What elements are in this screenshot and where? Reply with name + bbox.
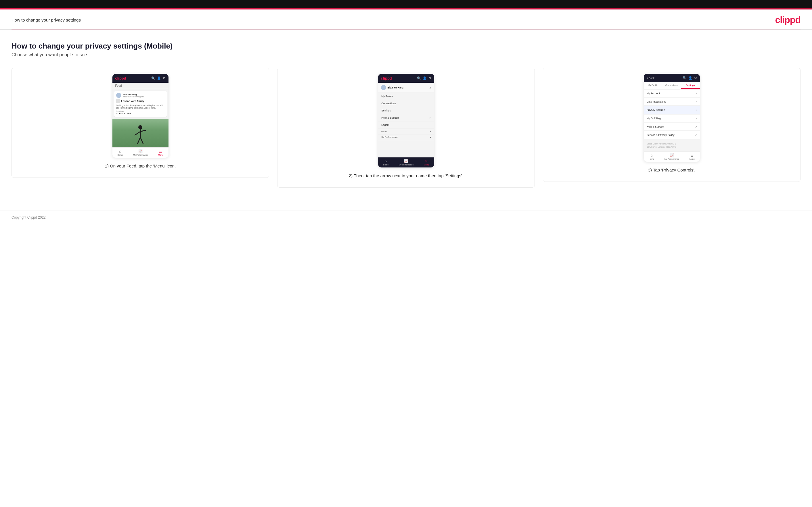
p3-gql-version: GQL Server Version: 2022.7.30-1 [647,146,697,149]
p1-duration-label: Duration [116,110,165,112]
footer: Copyright Clippd 2022 [0,211,812,224]
p3-performance-icon: 📈 [670,153,674,157]
p2-menu-item-helpsupport: Help & Support ↗ [378,114,434,121]
p2-home-icon: ⌂ [385,159,387,163]
p1-bottom-nav: ⌂ Home 📈 My Performance ☰ Menu [112,147,168,158]
p3-list-dataintegrations[interactable]: Data Integrations › [644,98,700,106]
p1-user-row: Blair McHarg Yesterday · Sunningdale [116,93,165,98]
p3-dataintegrations-label: Data Integrations [647,100,666,103]
p2-menu-item-logout: Logout [378,121,434,129]
p1-username: Blair McHarg [123,93,145,96]
steps-row: clippd 🔍 👤 ⚙ Feed Blair McHarg [11,68,801,187]
p2-topbar: clippd 🔍 👤 ⚙ [378,74,434,83]
p3-back-button[interactable]: < Back [647,77,655,79]
p1-settings-icon: ⚙ [163,76,166,80]
p3-serviceprivacy-ext-icon: ↗ [695,134,697,136]
p3-nav-menu: ☰ Menu [690,153,695,160]
p2-menu-item-connections: Connections [378,100,434,107]
svg-line-4 [138,137,140,144]
p3-search-icon: 🔍 [682,76,687,80]
p3-client-version: Clippd Client Version: 2022.8.3-3 [647,143,697,146]
p3-topbar: < Back 🔍 👤 ⚙ [644,74,700,82]
svg-point-0 [138,125,142,129]
p2-username: Blair McHarg [388,86,404,89]
p3-person-icon: 👤 [689,76,693,80]
tab-connections[interactable]: Connections [662,82,681,89]
p2-avatar [381,85,386,90]
step-card-2: clippd 🔍 👤 ⚙ Blair McHarg ∧ [277,68,535,187]
p1-photo [112,119,168,147]
p1-nav-home: ⌂ Home [117,149,123,156]
p2-nav-close[interactable]: ✕ Menu [424,159,429,166]
p3-menu-label: Menu [690,158,695,160]
header: How to change your privacy settings clip… [0,9,812,30]
p2-nav-performance: 📈 My Performance [399,159,413,166]
p2-connections-label: Connections [382,102,396,105]
p3-privacycontrols-label: Privacy Controls [647,109,666,111]
p2-close-icon: ✕ [425,159,428,163]
p3-list-helpsupport[interactable]: Help & Support ↗ [644,123,700,131]
p3-list-privacycontrols[interactable]: Privacy Controls › [644,106,700,114]
p3-list-mygolfbag[interactable]: My Golf Bag › [644,115,700,122]
p1-lesson-icon [116,99,120,103]
step-card-3: < Back 🔍 👤 ⚙ My Profile Connections Sett… [543,68,801,182]
p3-bottom-nav: ⌂ Home 📈 My Performance ☰ Menu [644,151,700,162]
svg-line-2 [135,131,140,135]
p3-list-serviceprivacy[interactable]: Service & Privacy Policy ↗ [644,131,700,139]
p3-mygolfbag-label: My Golf Bag [647,117,661,120]
p2-user-header: Blair McHarg ∧ [378,83,434,93]
p2-chevron-up-icon: ∧ [429,86,431,89]
p3-performance-label: My Performance [664,158,679,160]
p2-menu-item-settings[interactable]: Settings [378,107,434,114]
p2-user-left: Blair McHarg [381,85,404,90]
p1-menu-label: Menu [158,154,163,156]
p2-person-icon: 👤 [423,76,427,80]
p1-subtitle: Yesterday · Sunningdale [123,96,145,98]
p2-logo: clippd [381,76,392,80]
logo: clippd [775,15,801,25]
p2-home-section-label: Home [381,130,387,133]
p3-icons: 🔍 👤 ⚙ [682,76,697,80]
p2-icons: 🔍 👤 ⚙ [417,76,431,80]
p3-privacycontrols-chevron-icon: › [696,109,697,111]
p2-helpsupport-label: Help & Support [382,116,399,119]
step-1-caption: 1) On your Feed, tap the 'Menu' icon. [105,163,176,169]
p2-performance-chevron-icon: ∨ [429,136,431,138]
p1-lesson-desc: Looking to feel like my hands are exitin… [116,104,165,109]
p2-menu-label: Menu [424,164,429,166]
svg-line-5 [140,137,143,144]
svg-line-3 [140,130,146,131]
p1-tab: Feed [112,83,168,89]
p2-search-icon: 🔍 [417,76,421,80]
p2-home-label: Home [383,164,389,166]
p2-settings-icon: ⚙ [428,76,431,80]
p2-section-home: Home ∨ [378,129,434,134]
p1-menu-icon: ☰ [159,149,162,153]
main-content: How to change your privacy settings (Mob… [0,30,812,205]
tab-settings[interactable]: Settings [681,82,700,89]
step-2-caption: 2) Then, tap the arrow next to your name… [349,173,463,179]
p1-nav-menu[interactable]: ☰ Menu [158,149,163,156]
p1-search-icon: 🔍 [151,76,155,80]
p3-helpsupport-ext-icon: ↗ [695,125,697,128]
p2-helpsupport-ext-icon: ↗ [429,117,431,119]
p1-logo: clippd [115,76,126,80]
p3-myaccount-chevron-icon: › [696,92,697,95]
p1-topbar: clippd 🔍 👤 ⚙ [112,74,168,83]
p2-myprofile-label: My Profile [382,95,393,98]
p2-performance-section-label: My Performance [381,136,398,138]
phone-mockup-1: clippd 🔍 👤 ⚙ Feed Blair McHarg [112,74,168,158]
p1-lesson-row: Lesson with Fordy [116,99,165,103]
p2-nav-home: ⌂ Home [383,159,389,166]
p1-avatar [116,93,121,98]
phone-mockup-2: clippd 🔍 👤 ⚙ Blair McHarg ∧ [378,74,434,167]
p3-menu-icon: ☰ [691,153,694,157]
p3-version-info: Clippd Client Version: 2022.8.3-3 GQL Se… [644,139,700,151]
p3-nav-home: ⌂ Home [649,153,654,160]
p3-home-label: Home [649,158,654,160]
p2-performance-label: My Performance [399,164,413,166]
p3-mygolfbag-chevron-icon: › [696,117,697,120]
step-card-1: clippd 🔍 👤 ⚙ Feed Blair McHarg [11,68,269,178]
tab-myprofile[interactable]: My Profile [644,82,662,89]
p3-list-myaccount[interactable]: My Account › [644,90,700,97]
